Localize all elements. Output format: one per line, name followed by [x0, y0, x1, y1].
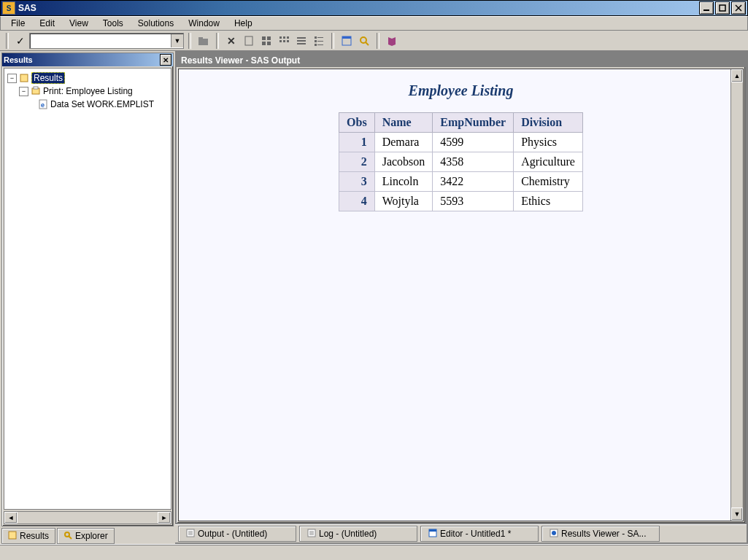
minimize-button[interactable]	[699, 1, 714, 15]
menu-help[interactable]: Help	[227, 17, 260, 30]
chevron-down-icon[interactable]: ▼	[171, 34, 183, 47]
tab-results-viewer[interactable]: Results Viewer - SA...	[541, 526, 660, 542]
tree-dataset-node[interactable]: e Data Set WORK.EMPLIST	[6, 98, 169, 111]
right-column: Results Viewer - SAS Output Employee Lis…	[175, 52, 747, 542]
editor-icon	[428, 529, 437, 539]
svg-rect-15	[283, 40, 285, 42]
svg-rect-14	[279, 40, 282, 42]
status-bar	[0, 544, 748, 559]
collapse-icon[interactable]: −	[7, 74, 17, 83]
folder-open-icon[interactable]	[196, 33, 212, 49]
svg-line-29	[366, 42, 369, 45]
menu-solutions[interactable]: Solutions	[131, 17, 181, 30]
results-panel-title: Results	[4, 55, 33, 64]
ie-page-icon: e	[38, 99, 48, 109]
grid-small-icon[interactable]	[276, 33, 292, 49]
tab-explorer[interactable]: Explorer	[57, 528, 115, 544]
svg-rect-5	[198, 37, 203, 39]
maximize-button[interactable]	[715, 1, 730, 15]
list-icon[interactable]	[293, 33, 309, 49]
scroll-down-icon[interactable]: ▼	[731, 508, 743, 521]
menu-tools[interactable]: Tools	[96, 17, 131, 30]
window-icon[interactable]	[339, 33, 355, 49]
svg-text:e: e	[41, 101, 45, 109]
menu-window[interactable]: Window	[181, 17, 227, 30]
tree-print-node[interactable]: − Print: Employee Listing	[6, 85, 169, 98]
menu-view[interactable]: View	[62, 17, 96, 30]
svg-rect-17	[297, 37, 306, 39]
tree-horizontal-scrollbar[interactable]: ◄ ►	[4, 511, 171, 524]
svg-rect-22	[315, 40, 317, 42]
command-combo[interactable]: ▼	[29, 33, 184, 49]
table-row[interactable]: 1 Demara 4599 Physics	[339, 133, 583, 152]
table-row[interactable]: 3 Lincoln 3422 Chemistry	[339, 172, 583, 192]
menu-edit[interactable]: Edit	[32, 17, 62, 30]
window-titlebar: S SAS	[0, 0, 748, 16]
details-icon[interactable]	[311, 33, 327, 49]
cell-division: Ethics	[514, 192, 583, 211]
tab-results[interactable]: Results	[1, 528, 55, 544]
svg-rect-18	[297, 40, 306, 42]
viewer-vertical-scrollbar[interactable]: ▲ ▼	[730, 69, 743, 521]
tab-output[interactable]: Output - (Untitled)	[178, 526, 296, 542]
app-icon: S	[2, 1, 15, 15]
tab-log[interactable]: Log - (Untitled)	[299, 526, 417, 542]
scroll-right-icon[interactable]: ►	[158, 512, 171, 524]
cell-division: Agriculture	[514, 152, 583, 172]
scroll-left-icon[interactable]: ◄	[4, 512, 18, 524]
panel-close-button[interactable]: ✕	[160, 54, 171, 66]
output-heading: Employee Listing	[193, 82, 728, 99]
results-panel: Results ✕ − Results − Print: Employee Li	[1, 52, 174, 526]
tab-editor[interactable]: Editor - Untitled1 *	[420, 526, 539, 542]
results-panel-titlebar[interactable]: Results ✕	[2, 53, 173, 66]
new-icon[interactable]	[241, 33, 257, 49]
log-icon	[307, 529, 316, 539]
cell-emp: 4358	[433, 152, 514, 172]
close-button[interactable]	[731, 1, 746, 15]
svg-rect-23	[317, 41, 323, 42]
delete-icon[interactable]: ✕	[223, 33, 239, 49]
book-help-icon[interactable]	[384, 33, 400, 49]
grid-large-icon[interactable]	[258, 33, 274, 49]
table-row[interactable]: 2 Jacobson 4358 Agriculture	[339, 152, 583, 172]
svg-rect-8	[267, 36, 271, 40]
cell-emp: 4599	[433, 133, 514, 152]
search-icon[interactable]	[356, 33, 372, 49]
results-viewer-title: Results Viewer - SAS Output	[181, 55, 300, 66]
window-title: SAS	[18, 3, 698, 13]
checkmark-icon[interactable]: ✓	[13, 33, 28, 49]
cell-name: Demara	[374, 133, 433, 152]
cell-obs: 2	[339, 152, 375, 172]
scroll-up-icon[interactable]: ▲	[731, 69, 743, 82]
results-tab-icon	[8, 531, 17, 541]
results-viewer-body: Employee Listing Obs Name EmpNumber Divi…	[178, 69, 744, 521]
svg-rect-4	[198, 39, 208, 45]
results-viewer-titlebar[interactable]: Results Viewer - SAS Output	[177, 54, 745, 67]
print-node-icon	[31, 86, 41, 96]
left-tabs: Results Explorer	[0, 528, 175, 544]
toolbar-separator	[331, 33, 334, 49]
col-obs: Obs	[339, 113, 375, 133]
collapse-icon[interactable]: −	[19, 87, 28, 96]
results-viewer-content[interactable]: Employee Listing Obs Name EmpNumber Divi…	[179, 69, 743, 521]
svg-rect-21	[317, 37, 323, 38]
results-tree[interactable]: − Results − Print: Employee Listing e	[4, 68, 171, 510]
toolbar-separator	[377, 33, 379, 49]
tab-results-label: Results	[20, 531, 49, 541]
svg-rect-25	[317, 44, 323, 45]
svg-rect-6	[245, 36, 252, 45]
tree-root[interactable]: − Results	[6, 71, 169, 85]
window-tabs: Output - (Untitled) Log - (Untitled) Edi…	[175, 524, 747, 542]
results-viewer-icon	[550, 529, 558, 539]
menu-file[interactable]: File	[4, 17, 32, 30]
svg-rect-27	[342, 36, 351, 39]
close-icon	[735, 4, 742, 12]
cell-name: Jacobson	[374, 152, 433, 172]
svg-rect-24	[315, 44, 317, 46]
table-row[interactable]: 4 Wojtyla 5593 Ethics	[339, 192, 583, 211]
cell-name: Lincoln	[374, 172, 433, 192]
cell-emp: 3422	[433, 172, 514, 192]
tree-print-label: Print: Employee Listing	[43, 86, 133, 96]
svg-rect-20	[315, 36, 317, 39]
col-empnumber: EmpNumber	[433, 113, 514, 133]
